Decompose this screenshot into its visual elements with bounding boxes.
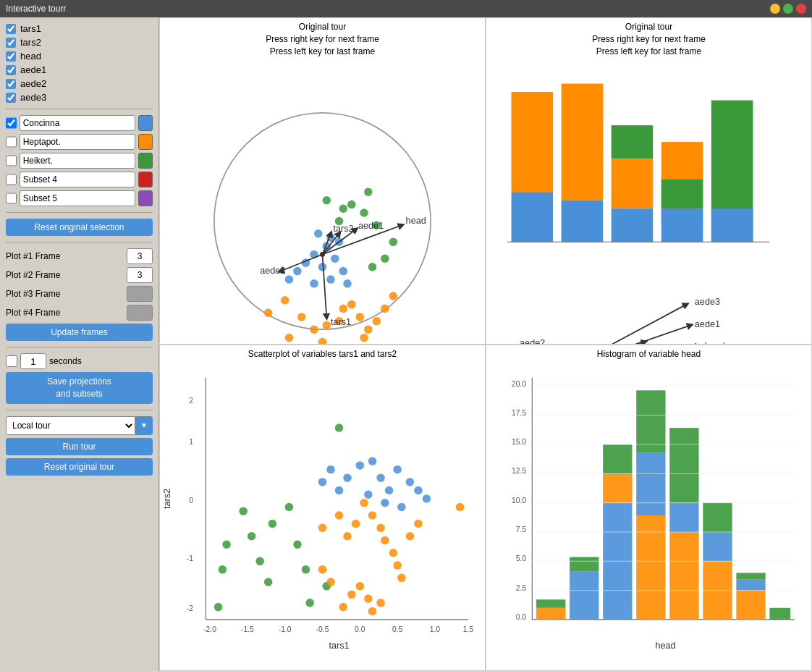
svg-point-126 [368,607,377,616]
svg-point-144 [423,495,431,504]
svg-point-120 [381,536,389,545]
subset-heptapot-color[interactable] [138,134,153,150]
svg-point-142 [406,478,415,486]
subset-heptapot-input[interactable] [20,134,135,150]
plot-bottomright: Histogram of variable head 0.0 2.5 5.0 7… [486,345,812,672]
tour-dropdown-arrow[interactable]: ▼ [135,416,153,435]
plot1-frame-input[interactable] [127,248,153,264]
svg-rect-61 [612,209,654,242]
svg-rect-164 [570,571,599,620]
svg-text:tars2: tars2 [162,489,172,509]
var-tars1-checkbox[interactable] [6,24,16,34]
svg-rect-172 [669,532,698,620]
subset-5-input[interactable] [20,190,135,206]
subset-4-row [6,172,153,187]
plot-bottomleft: Scatterplot of variables tars1 and tars2… [159,345,486,672]
plot-bottomleft-title: Scatterplot of variables tars1 and tars2 [160,345,485,362]
svg-point-18 [314,229,323,238]
svg-point-128 [339,603,348,612]
reset-tour-button[interactable]: Reset original tour [6,458,153,476]
var-tars1-row: tars1 [6,23,153,34]
divider-1 [6,109,153,109]
svg-point-25 [339,267,348,276]
svg-text:0.0: 0.0 [516,613,527,621]
var-aede2-checkbox[interactable] [6,79,16,89]
svg-point-41 [323,196,331,205]
svg-rect-0 [160,59,485,344]
svg-text:17.5: 17.5 [512,409,526,417]
var-aede3-checkbox[interactable] [6,93,16,103]
reset-selection-button[interactable]: Reset original selection [6,219,153,236]
svg-rect-179 [736,580,765,591]
svg-rect-162 [536,608,565,620]
seconds-label: seconds [49,356,82,366]
svg-point-137 [356,461,365,470]
subset-5-color[interactable] [138,190,153,206]
svg-point-17 [360,334,368,342]
subset-concinna-checkbox[interactable] [6,117,17,129]
svg-point-30 [326,276,335,284]
var-head-checkbox[interactable] [6,51,16,62]
close-button[interactable] [796,4,806,14]
svg-point-121 [389,549,398,557]
subset-concinna-input[interactable] [20,115,135,131]
svg-point-14 [264,309,273,318]
svg-text:-1.5: -1.5 [241,625,254,633]
var-aede1-checkbox[interactable] [6,65,16,75]
svg-text:2: 2 [189,397,193,405]
svg-point-116 [352,520,360,528]
svg-point-3 [297,313,306,322]
subset-heikert-checkbox[interactable] [6,155,17,166]
svg-point-107 [285,503,294,512]
subset-concinna-color[interactable] [138,115,153,131]
var-aede3-label: aede3 [20,92,46,103]
svg-point-104 [255,557,264,566]
subset-4-color[interactable] [138,172,153,187]
subset-heikert-input[interactable] [20,153,135,169]
svg-point-28 [285,276,294,284]
subset-5-checkbox[interactable] [6,193,17,204]
svg-point-129 [347,591,356,599]
maximize-button[interactable] [783,4,793,14]
svg-point-139 [376,474,385,483]
app-title: Interactive tourr [6,4,66,14]
update-frames-button[interactable]: Update frames [6,324,153,341]
var-tars2-checkbox[interactable] [6,38,16,48]
svg-point-27 [293,267,302,276]
seconds-input[interactable] [20,353,46,369]
svg-point-38 [368,263,377,271]
subset-4-input[interactable] [20,172,135,187]
svg-point-130 [406,532,415,541]
svg-text:0.5: 0.5 [392,625,403,633]
subset-heikert-color[interactable] [138,153,153,169]
svg-text:2.5: 2.5 [516,584,527,592]
svg-point-9 [356,313,365,322]
svg-point-114 [335,512,344,520]
subset-concinna-row [6,115,153,131]
histogram-svg: 0.0 2.5 5.0 7.5 10.0 12.5 15.0 17.5 20.0 [486,361,811,671]
plot1-frame-label: Plot #1 Frame [6,251,122,261]
tour-select[interactable]: Local tour Grand tour Little tour [6,416,135,435]
svg-point-147 [364,491,373,499]
svg-point-145 [326,465,335,474]
subset-heptapot-checkbox[interactable] [6,136,17,148]
var-aede1-row: aede1 [6,64,153,75]
plot2-frame-input[interactable] [127,267,153,283]
tour-histogram-svg: aede2 aede3 aede1 head tars2 tars1 [486,59,811,344]
svg-text:tars1: tars1 [331,318,351,328]
plot-topright: Original tour Press right key for next f… [486,17,812,345]
svg-point-23 [331,255,339,263]
seconds-checkbox[interactable] [6,355,17,367]
subset-4-checkbox[interactable] [6,174,17,185]
svg-point-134 [456,503,465,512]
svg-rect-171 [636,391,665,453]
svg-point-37 [381,255,389,263]
plot-bottomright-title: Histogram of variable head [486,345,811,362]
svg-point-132 [318,565,327,574]
minimize-button[interactable] [770,4,780,14]
run-tour-button[interactable]: Run tour [6,438,153,455]
divider-2 [6,212,153,213]
save-projections-button[interactable]: Save projections and subsets [6,372,153,404]
plot-topleft-title: Original tour Press right key for next f… [160,18,485,59]
svg-point-135 [335,486,344,495]
